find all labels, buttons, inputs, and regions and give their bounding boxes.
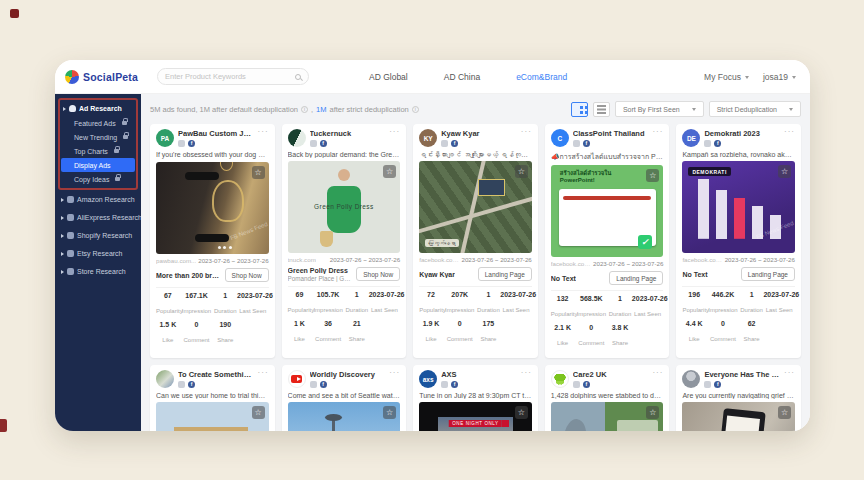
ad-creative[interactable]: SEATTLE WASHINGTON ☆ (288, 402, 401, 431)
ad-card: Everyone Has The Freedom To... f ··· Are… (676, 365, 801, 431)
advertiser-name[interactable]: PawBau Custom Jewelry (178, 129, 254, 138)
favorite-star-button[interactable]: ☆ (252, 406, 265, 419)
sort-select[interactable]: Sort By First Seen (615, 101, 704, 117)
advertiser-avatar[interactable]: KY (419, 129, 437, 147)
card-more-button[interactable]: ··· (652, 129, 663, 135)
list-view-button[interactable] (593, 102, 610, 117)
advertiser-name[interactable]: Everyone Has The Freedom To... (704, 370, 780, 379)
logo[interactable]: SocialPeta (65, 70, 157, 84)
card-more-button[interactable]: ··· (652, 370, 663, 376)
ad-creative[interactable]: สร้างสไลด์สำรวจใน PowerPoint! ☆ (551, 165, 664, 257)
ad-card: PA PawBau Custom Jewelry f ··· If you're… (150, 124, 275, 358)
sidebar-item-display-ads[interactable]: Display Ads (61, 158, 135, 172)
grid-view-button[interactable] (571, 102, 588, 117)
etsy-icon (67, 250, 74, 257)
creative-caption: สร้างสไลด์สำรวจใน PowerPoint! (560, 170, 641, 184)
advertiser-name[interactable]: Kyaw Kyar (441, 129, 517, 138)
card-more-button[interactable]: ··· (389, 370, 400, 376)
nav-ecom-brand[interactable]: eCom&Brand (516, 72, 567, 82)
sidebar-item-shopify-research[interactable]: Shopify Research (58, 227, 138, 244)
advertiser-avatar[interactable] (551, 370, 569, 388)
cta-button[interactable]: Landing Page (478, 267, 532, 281)
caret-icon (61, 234, 64, 238)
ad-domain[interactable]: tnuck.com (288, 256, 316, 263)
ad-text: ရင်းနှီးထားချင် အကျိုးများမယ့် ရန်ကုန်-ပ… (419, 151, 532, 158)
info-icon[interactable]: i (301, 106, 308, 113)
cta-button[interactable]: Landing Page (741, 267, 795, 281)
card-more-button[interactable]: ··· (389, 129, 400, 135)
nav-ad-global[interactable]: AD Global (369, 72, 408, 82)
favorite-star-button[interactable]: ☆ (778, 165, 791, 178)
advertiser-avatar[interactable]: DE (682, 129, 700, 147)
ad-creative[interactable]: FB News Feed ☆ (156, 162, 269, 254)
cta-button[interactable]: Landing Page (609, 271, 663, 285)
advertiser-avatar[interactable]: axs (419, 370, 437, 388)
favorite-star-button[interactable]: ☆ (778, 406, 791, 419)
advertiser-avatar[interactable] (288, 370, 306, 388)
ad-card: C ClassPoint Thailand f ··· 📣การสร้างสไล… (545, 124, 670, 358)
advertiser-name[interactable]: To Create Something Exceptio... (178, 370, 254, 379)
card-more-button[interactable]: ··· (784, 370, 795, 376)
ad-creative[interactable]: DEMOKRATI FB News Feed ☆ (682, 161, 795, 253)
search-box[interactable] (157, 68, 309, 85)
advertiser-avatar[interactable] (156, 370, 174, 388)
ad-domain[interactable]: facebook.com/10... (682, 256, 724, 263)
sidebar-item-etsy-research[interactable]: Etsy Research (58, 245, 138, 262)
ad-creative[interactable]: ☆ (156, 402, 269, 431)
advertiser-avatar[interactable] (682, 370, 700, 388)
search-input[interactable] (165, 72, 285, 81)
info-icon[interactable]: i (412, 106, 419, 113)
advertiser-name[interactable]: Care2 UK (573, 370, 649, 379)
ad-card: axs AXS f ··· Tune in on July 28 at 9:30… (413, 365, 538, 431)
nav-ad-china[interactable]: AD China (444, 72, 480, 82)
favorite-star-button[interactable]: ☆ (515, 165, 528, 178)
platform-icon (573, 381, 580, 388)
sidebar-item-amazon-research[interactable]: Amazon Research (58, 191, 138, 208)
ad-domain[interactable]: facebook.com/1... (551, 260, 593, 267)
advertiser-avatar[interactable] (288, 129, 306, 147)
favorite-star-button[interactable]: ☆ (383, 165, 396, 178)
dedup-select[interactable]: Strict Deduplication (709, 101, 801, 117)
favorite-star-button[interactable]: ☆ (252, 166, 265, 179)
advertiser-avatar[interactable]: C (551, 129, 569, 147)
ad-domain[interactable]: pawbau.com... (156, 257, 196, 264)
ad-creative[interactable]: ☆ (551, 402, 664, 431)
favorite-star-button[interactable]: ☆ (515, 406, 528, 419)
advertiser-name[interactable]: Tuckernuck (310, 129, 386, 138)
sidebar-item-featured-ads[interactable]: Featured Ads (61, 116, 135, 130)
sidebar-item-ad-research[interactable]: Ad Research (61, 101, 135, 116)
card-more-button[interactable]: ··· (258, 370, 269, 376)
my-focus-menu[interactable]: My Focus (704, 72, 749, 82)
ad-creative[interactable]: ONE NIGHT ONLY ☆ (419, 402, 532, 431)
sidebar-item-aliexpress-research[interactable]: AliExpress Research (58, 209, 138, 226)
card-more-button[interactable]: ··· (521, 370, 532, 376)
ad-creative[interactable]: Green Polly Dress ☆ (288, 161, 401, 253)
ad-creative[interactable]: မြေကွက်နေရာ ☆ (419, 161, 532, 253)
ad-domain[interactable]: facebook.com/*1... (419, 256, 461, 263)
stat-duration: 1Duration (477, 291, 501, 316)
user-menu[interactable]: josa19 (763, 72, 796, 82)
sidebar-item-new-trending[interactable]: New Trending (61, 130, 135, 144)
sidebar-item-store-research[interactable]: Store Research (58, 263, 138, 280)
strict-dedup-link[interactable]: 1M (316, 105, 326, 114)
cta-button[interactable]: Shop Now (356, 267, 400, 281)
advertiser-avatar[interactable]: PA (156, 129, 174, 147)
advertiser-name[interactable]: AXS (441, 370, 517, 379)
card-more-button[interactable]: ··· (521, 129, 532, 135)
advertiser-name[interactable]: ClassPoint Thailand (573, 129, 649, 138)
card-more-button[interactable]: ··· (258, 129, 269, 135)
card-more-button[interactable]: ··· (784, 129, 795, 135)
sidebar-item-copy-ideas[interactable]: Copy Ideas (61, 172, 135, 186)
advertiser-name[interactable]: Worldly Discovery (310, 370, 386, 379)
favorite-star-button[interactable]: ☆ (646, 406, 659, 419)
favorite-star-button[interactable]: ☆ (646, 169, 659, 182)
favorite-star-button[interactable]: ☆ (383, 406, 396, 419)
sidebar-item-top-charts[interactable]: Top Charts (61, 144, 135, 158)
results-bar: 5M ads found, 1M after default deduplica… (150, 101, 801, 117)
search-icon[interactable] (295, 74, 301, 80)
ad-creative[interactable]: ☆ (682, 402, 795, 431)
advertiser-name[interactable]: Demokrati 2023 (704, 129, 780, 138)
cta-button[interactable]: Shop Now (225, 268, 269, 282)
platform-icon (441, 381, 448, 388)
stat-comment: 0Comment (443, 320, 477, 345)
